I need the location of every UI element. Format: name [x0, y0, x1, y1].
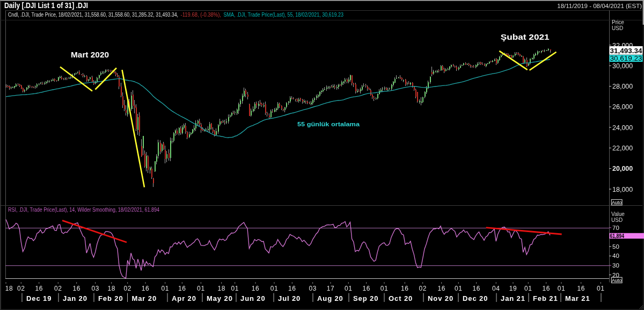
svg-text:30,000: 30,000	[612, 62, 633, 70]
svg-text:16: 16	[35, 285, 43, 292]
svg-text:55 günlük ortalama: 55 günlük ortalama	[297, 121, 360, 127]
svg-text:Daily [.DJI List 1 of 31] .DJI: Daily [.DJI List 1 of 31] .DJI	[4, 1, 88, 10]
svg-text:20,000: 20,000	[612, 165, 633, 172]
svg-text:Feb 21: Feb 21	[533, 294, 558, 302]
svg-text:16: 16	[401, 285, 409, 292]
svg-text:Jan 20: Jan 20	[63, 294, 87, 302]
svg-text:02: 02	[54, 285, 62, 292]
svg-text:-119.68, (-0.38%),: -119.68, (-0.38%),	[181, 12, 221, 18]
svg-text:01: 01	[345, 285, 353, 292]
svg-text:26,000: 26,000	[612, 103, 633, 111]
svg-text:30: 30	[612, 262, 619, 269]
svg-text:40: 40	[612, 253, 619, 259]
svg-text:Auto: Auto	[612, 278, 622, 283]
svg-text:16: 16	[178, 285, 186, 292]
svg-text:18: 18	[107, 285, 115, 292]
svg-text:01: 01	[161, 285, 169, 292]
svg-text:18: 18	[217, 285, 225, 292]
svg-text:04: 04	[492, 285, 500, 292]
svg-text:Dec 20: Dec 20	[463, 294, 488, 302]
svg-text:RSI, .DJI, Trade Price(Last),: RSI, .DJI, Trade Price(Last), 14, Wilder…	[8, 207, 159, 213]
svg-text:Jun 20: Jun 20	[240, 294, 266, 302]
svg-text:USD: USD	[612, 25, 623, 31]
svg-text:17: 17	[327, 285, 335, 292]
svg-text:Feb 20: Feb 20	[98, 294, 123, 302]
svg-text:02: 02	[17, 285, 25, 292]
svg-text:Şubat 2021: Şubat 2021	[501, 33, 550, 41]
svg-text:01: 01	[231, 285, 239, 292]
svg-text:22,000: 22,000	[612, 145, 633, 152]
svg-text:01: 01	[558, 285, 566, 292]
svg-text:Mart 2020: Mart 2020	[71, 51, 109, 59]
svg-text:01: 01	[380, 285, 389, 292]
svg-text:16: 16	[72, 285, 80, 292]
svg-text:Value: Value	[611, 211, 625, 217]
svg-text:01: 01	[270, 285, 279, 292]
svg-text:Oct 20: Oct 20	[389, 294, 413, 302]
svg-text:USD: USD	[611, 217, 623, 223]
svg-text:18,000: 18,000	[612, 186, 633, 193]
svg-text:Apr 20: Apr 20	[172, 294, 196, 302]
svg-text:16: 16	[288, 285, 296, 292]
svg-text:70: 70	[612, 225, 619, 231]
svg-text:18: 18	[5, 285, 13, 292]
svg-text:Jan 21: Jan 21	[501, 294, 525, 302]
svg-text:31,493.34: 31,493.34	[610, 47, 643, 55]
svg-text:16: 16	[437, 285, 445, 292]
svg-text:30,619.23: 30,619.23	[610, 55, 642, 62]
svg-text:28,000: 28,000	[612, 83, 633, 90]
svg-text:Mar 21: Mar 21	[565, 294, 590, 302]
svg-text:16: 16	[577, 285, 585, 292]
svg-text:16: 16	[142, 285, 150, 292]
svg-text:SMA, .DJI, Trade Price(Last),: SMA, .DJI, Trade Price(Last), 55, 18/02/…	[224, 12, 344, 18]
svg-text:61,894: 61,894	[610, 233, 625, 239]
svg-text:01: 01	[597, 285, 605, 292]
svg-text:Aug 20: Aug 20	[317, 294, 343, 302]
svg-text:Nov 20: Nov 20	[428, 294, 453, 302]
svg-text:19: 19	[509, 285, 517, 292]
svg-text:16: 16	[542, 285, 550, 292]
svg-text:03: 03	[309, 285, 317, 292]
svg-text:16: 16	[472, 285, 480, 292]
svg-text:Dec 19: Dec 19	[26, 294, 52, 302]
svg-text:Auto: Auto	[612, 200, 622, 205]
svg-text:03: 03	[91, 285, 99, 292]
svg-text:02: 02	[123, 285, 131, 292]
svg-text:24,000: 24,000	[612, 124, 633, 132]
svg-text:50: 50	[612, 243, 619, 250]
svg-text:16: 16	[362, 285, 370, 292]
svg-text:16: 16	[252, 285, 260, 292]
svg-text:Price: Price	[612, 19, 624, 25]
svg-text:01: 01	[455, 285, 463, 292]
svg-text:Mar 20: Mar 20	[132, 294, 157, 302]
svg-text:Sep 20: Sep 20	[353, 294, 378, 302]
svg-text:01: 01	[197, 285, 205, 292]
svg-text:Cndl, .DJI, Trade Price, 18/02: Cndl, .DJI, Trade Price, 18/02/2021, 31,…	[8, 12, 178, 18]
svg-text:Jul 20: Jul 20	[278, 294, 301, 302]
svg-text:01: 01	[524, 285, 532, 292]
svg-text:May 20: May 20	[207, 294, 233, 302]
svg-text:02: 02	[419, 285, 427, 292]
svg-text:18/11/2019 - 08/04/2021 (EST): 18/11/2019 - 08/04/2021 (EST)	[557, 3, 642, 9]
